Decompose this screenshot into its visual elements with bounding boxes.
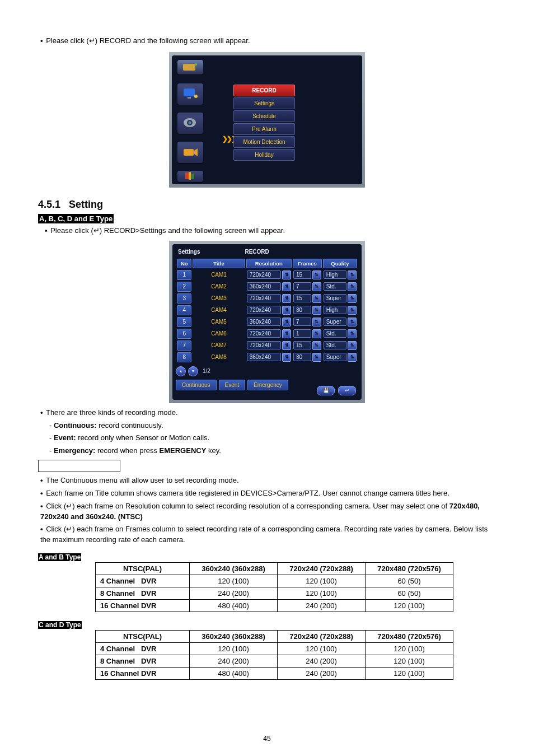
frames-stepper[interactable]: ⇅ — [312, 270, 321, 279]
resolution-cell[interactable]: 720x240 — [247, 270, 281, 279]
network-icon[interactable] — [177, 171, 203, 182]
page-up-button[interactable]: ▴ — [176, 366, 186, 376]
frames-cell[interactable]: 30 — [293, 353, 311, 361]
resolution-stepper[interactable]: ⇅ — [282, 294, 291, 303]
mode-emergency: - Emergency: record when press EMERGENCY… — [49, 446, 496, 456]
record-menu-screenshot: ❯❯❯ RECORD Settings Schedule Pre Alarm M… — [169, 52, 365, 188]
save-button[interactable]: 💾 — [317, 386, 335, 395]
quality-cell[interactable]: Super — [324, 318, 346, 326]
row-title: CAM8 — [193, 352, 245, 362]
frames-cell[interactable]: 7 — [293, 318, 311, 326]
quality-stepper[interactable]: ⇅ — [348, 306, 357, 315]
table-row: 3CAM3720x240⇅15⇅Super⇅ — [177, 293, 357, 304]
table-row: 16 Channel DVR480 (400)240 (200)120 (100… — [96, 600, 453, 612]
svg-point-7 — [189, 121, 191, 124]
row-no: 4 — [177, 305, 191, 315]
frames-stepper[interactable]: ⇅ — [312, 306, 321, 315]
quality-stepper[interactable]: ⇅ — [348, 318, 357, 326]
page-down-button[interactable]: ▾ — [188, 366, 198, 376]
quality-stepper[interactable]: ⇅ — [348, 294, 357, 303]
camera-icon[interactable] — [177, 113, 203, 134]
row-no: 1 — [177, 270, 191, 280]
quality-cell[interactable]: Std. — [324, 341, 346, 349]
frames-cell[interactable]: 15 — [293, 341, 311, 349]
resolution-cell[interactable]: 720x240 — [247, 329, 281, 338]
resolution-cell[interactable]: 360x240 — [247, 353, 281, 361]
settings-table: No Title Resolution Frames Quality 1CAM1… — [176, 257, 358, 364]
table-row: 6CAM6720x240⇅1⇅Std.⇅ — [177, 329, 357, 339]
resolution-stepper[interactable]: ⇅ — [282, 353, 291, 362]
quality-cell[interactable]: Std. — [324, 329, 346, 338]
frames-cell[interactable]: 30 — [293, 306, 311, 314]
display-icon[interactable] — [177, 83, 203, 105]
table-row: 4 Channel DVR120 (100)120 (100)120 (100) — [96, 643, 453, 655]
resolution-stepper[interactable]: ⇅ — [282, 318, 291, 326]
record-icon[interactable] — [177, 142, 203, 163]
resolution-cell[interactable]: 720x240 — [247, 294, 281, 302]
svg-rect-12 — [191, 174, 194, 179]
quality-stepper[interactable]: ⇅ — [348, 282, 357, 291]
svg-rect-2 — [184, 88, 195, 96]
type-tag-cd: C and D Type — [38, 621, 82, 629]
quality-cell[interactable]: Std. — [324, 282, 346, 291]
row-title: CAM5 — [193, 317, 245, 327]
resolution-stepper[interactable]: ⇅ — [282, 329, 291, 338]
svg-rect-0 — [183, 64, 195, 71]
blank-box — [38, 460, 120, 472]
svg-point-4 — [194, 95, 198, 98]
resolution-stepper[interactable]: ⇅ — [282, 341, 291, 350]
resolution-cell[interactable]: 720x240 — [247, 341, 281, 349]
tab-event[interactable]: Event — [219, 380, 246, 390]
menu-holiday[interactable]: Holiday — [233, 149, 295, 161]
frames-stepper[interactable]: ⇅ — [312, 318, 321, 326]
svg-rect-3 — [188, 97, 191, 99]
svg-rect-11 — [189, 172, 191, 180]
row-no: 2 — [177, 282, 191, 292]
row-no: 7 — [177, 340, 191, 351]
frames-cell[interactable]: 15 — [293, 294, 311, 302]
menu-motion-detection[interactable]: Motion Detection — [233, 136, 295, 148]
tab-emergency[interactable]: Emergency — [247, 380, 288, 390]
menu-settings[interactable]: Settings — [233, 97, 295, 109]
quality-stepper[interactable]: ⇅ — [348, 329, 357, 338]
frames-stepper[interactable]: ⇅ — [312, 282, 321, 291]
frames-stepper[interactable]: ⇅ — [312, 329, 321, 338]
resolution-stepper[interactable]: ⇅ — [282, 282, 291, 291]
quality-cell[interactable]: Super — [324, 353, 346, 361]
col-title: Title — [193, 259, 245, 268]
quality-cell[interactable]: High — [324, 306, 346, 314]
resolution-stepper[interactable]: ⇅ — [282, 306, 291, 315]
type-tag-ab: A and B Type — [38, 553, 81, 561]
exit-button[interactable]: ↩ — [338, 386, 356, 395]
quality-stepper[interactable]: ⇅ — [348, 353, 357, 362]
quality-stepper[interactable]: ⇅ — [348, 341, 357, 350]
frames-cell[interactable]: 1 — [293, 329, 311, 338]
quality-cell[interactable]: Super — [324, 294, 346, 302]
tab-continuous[interactable]: Continuous — [176, 380, 217, 390]
menu-record[interactable]: RECORD — [233, 85, 295, 96]
resolution-stepper[interactable]: ⇅ — [282, 270, 291, 279]
quality-stepper[interactable]: ⇅ — [348, 270, 357, 279]
frames-cell[interactable]: 15 — [293, 270, 311, 279]
menu-prealarm[interactable]: Pre Alarm — [233, 123, 295, 135]
frames-stepper[interactable]: ⇅ — [312, 341, 321, 350]
resolution-cell[interactable]: 360x240 — [247, 282, 281, 291]
quality-cell[interactable]: High — [324, 270, 346, 279]
frames-stepper[interactable]: ⇅ — [312, 353, 321, 362]
cont-b4: • Click (↵) each frame on Frames column … — [40, 524, 496, 545]
resolution-cell[interactable]: 360x240 — [247, 318, 281, 326]
mode-continuous: - Continuous: record continuously. — [49, 421, 496, 431]
col-resolution: Resolution — [246, 259, 292, 268]
system-icon[interactable] — [177, 60, 203, 74]
svg-marker-9 — [194, 148, 198, 156]
table-row: 7CAM7720x240⇅15⇅Std.⇅ — [177, 340, 357, 351]
frames-stepper[interactable]: ⇅ — [312, 294, 321, 303]
svg-point-1 — [195, 63, 197, 66]
svg-rect-8 — [184, 149, 194, 156]
row-no: 8 — [177, 352, 191, 362]
resolution-cell[interactable]: 720x240 — [247, 306, 281, 314]
intro-line: • Please click (↵) RECORD and the follow… — [40, 36, 496, 46]
table-row: 5CAM5360x240⇅7⇅Super⇅ — [177, 317, 357, 327]
frames-cell[interactable]: 7 — [293, 282, 311, 291]
menu-schedule[interactable]: Schedule — [233, 110, 295, 122]
